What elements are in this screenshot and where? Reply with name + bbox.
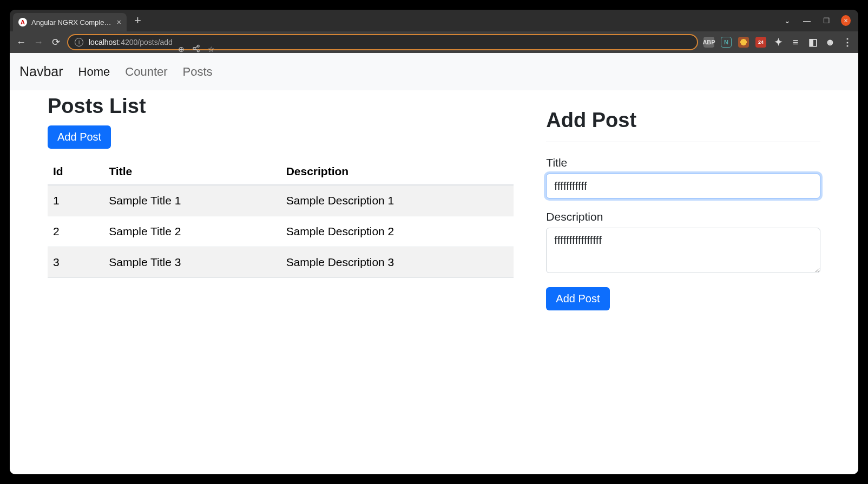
browser-toolbar: ← → ⟳ i localhost:4200/posts/add ⊕ ☆ ABP… <box>10 31 858 53</box>
window-titlebar: A Angular NGRX Complete C × + ⌄ ― ☐ × <box>10 10 858 31</box>
profile-avatar-icon[interactable]: ☻ <box>825 37 836 48</box>
page-viewport: Navbar Home Counter Posts Posts List Add… <box>10 53 858 474</box>
table-row: 2 Sample Title 2 Sample Description 2 <box>48 216 514 247</box>
address-bar[interactable]: i localhost:4200/posts/add ⊕ ☆ <box>67 34 698 50</box>
nav-posts[interactable]: Posts <box>183 65 213 79</box>
cell-title: Sample Title 2 <box>103 216 280 247</box>
cell-id: 3 <box>48 247 103 278</box>
table-row: 3 Sample Title 3 Sample Description 3 <box>48 247 514 278</box>
browser-tab[interactable]: A Angular NGRX Complete C × <box>13 13 127 31</box>
cell-description: Sample Description 1 <box>281 185 514 216</box>
svg-point-0 <box>197 45 199 47</box>
tab-title: Angular NGRX Complete C <box>31 18 113 26</box>
extension-cookie-icon[interactable] <box>738 37 749 48</box>
nav-home[interactable]: Home <box>78 65 110 79</box>
page-title: Posts List <box>48 95 514 118</box>
forward-icon: → <box>32 37 44 48</box>
extension-abp-icon[interactable]: ABP <box>703 37 714 48</box>
reload-icon[interactable]: ⟳ <box>50 36 62 48</box>
svg-point-1 <box>193 48 195 50</box>
table-row: 1 Sample Title 1 Sample Description 1 <box>48 185 514 216</box>
divider <box>546 142 820 142</box>
extension-icons: ABP N 24 ✦ ≡ ◧ ☻ ⋮ <box>703 37 853 48</box>
add-post-button[interactable]: Add Post <box>48 125 111 149</box>
submit-add-post-button[interactable]: Add Post <box>546 287 609 310</box>
col-title: Title <box>103 158 280 185</box>
window-close-icon[interactable]: × <box>841 15 851 26</box>
cell-id: 1 <box>48 185 103 216</box>
description-label: Description <box>546 210 820 223</box>
col-description: Description <box>281 158 514 185</box>
form-title: Add Post <box>546 109 820 132</box>
svg-point-2 <box>197 50 199 52</box>
description-textarea[interactable] <box>546 228 820 273</box>
new-tab-button[interactable]: + <box>134 14 141 28</box>
site-info-icon[interactable]: i <box>75 38 83 47</box>
maximize-icon[interactable]: ☐ <box>821 16 831 25</box>
cell-description: Sample Description 3 <box>281 247 514 278</box>
nav-counter[interactable]: Counter <box>125 65 167 79</box>
navbar-brand[interactable]: Navbar <box>19 64 63 79</box>
extension-calendar-icon[interactable]: 24 <box>755 37 766 48</box>
cell-id: 2 <box>48 216 103 247</box>
favicon-angular-icon: A <box>18 18 27 26</box>
title-input[interactable] <box>546 174 820 198</box>
cell-title: Sample Title 3 <box>103 247 280 278</box>
bookmark-icon[interactable]: ☆ <box>208 45 215 54</box>
url-path: :4200/posts/add <box>119 38 173 47</box>
zoom-icon[interactable]: ⊕ <box>178 45 185 54</box>
kebab-menu-icon[interactable]: ⋮ <box>842 37 853 48</box>
svg-line-4 <box>195 49 197 50</box>
tab-list-icon[interactable]: ⌄ <box>782 16 792 25</box>
side-panel-icon[interactable]: ◧ <box>807 37 818 48</box>
url-host: localhost <box>89 38 119 47</box>
extension-n-icon[interactable]: N <box>721 37 732 48</box>
cell-title: Sample Title 1 <box>103 185 280 216</box>
col-id: Id <box>48 158 103 185</box>
svg-line-3 <box>195 47 197 48</box>
close-tab-icon[interactable]: × <box>117 18 121 26</box>
cell-description: Sample Description 2 <box>281 216 514 247</box>
posts-table: Id Title Description 1 Sample Title 1 Sa… <box>48 158 514 278</box>
reading-list-icon[interactable]: ≡ <box>790 37 801 48</box>
minimize-icon[interactable]: ― <box>802 16 812 25</box>
extensions-icon[interactable]: ✦ <box>773 37 784 48</box>
app-navbar: Navbar Home Counter Posts <box>10 53 858 90</box>
back-icon[interactable]: ← <box>15 37 27 48</box>
title-label: Title <box>546 156 820 169</box>
